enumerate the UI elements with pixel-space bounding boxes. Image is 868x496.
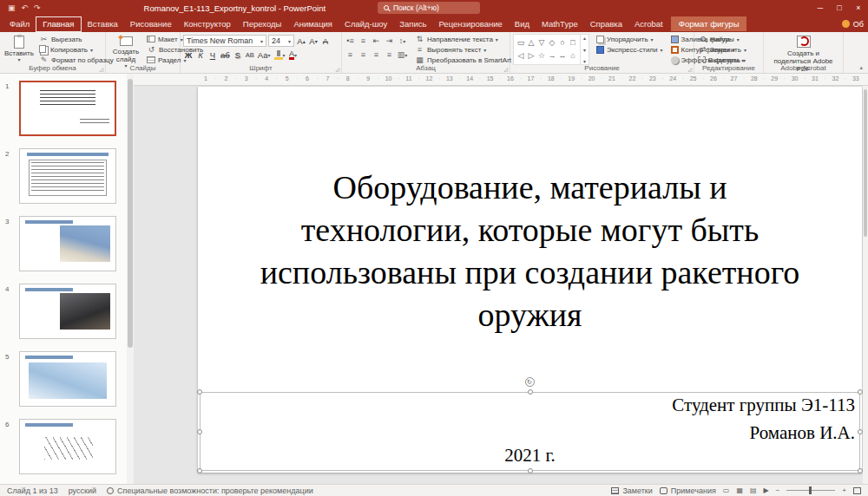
shape-icon[interactable]: □ [568, 36, 578, 49]
search-input[interactable]: Поиск (Alt+ю) [378, 2, 480, 14]
slide-thumbnail-1[interactable] [19, 81, 116, 136]
slide-thumbnail-3[interactable] [19, 216, 116, 271]
numbering-button[interactable]: ≡ [358, 36, 369, 47]
font-color-button[interactable]: А▾ [288, 49, 299, 61]
tab-Вид[interactable]: Вид [509, 17, 536, 31]
redo-icon[interactable]: ↷ [34, 3, 41, 12]
resize-handle[interactable] [197, 429, 202, 434]
scrollbar-thumb[interactable] [864, 89, 867, 237]
normal-view-button[interactable]: ▭ [723, 486, 730, 494]
shape-icon[interactable]: ◁ [516, 49, 526, 62]
dialog-launcher-icon[interactable]: ◿ [335, 66, 339, 72]
cut-button[interactable]: ✂ Вырезать [38, 34, 115, 44]
align-center-button[interactable]: ≡ [358, 49, 369, 61]
tab-Acrobat[interactable]: Acrobat [628, 17, 669, 31]
tab-Файл[interactable]: Файл [3, 17, 36, 31]
slide-thumbnail-4[interactable] [19, 284, 116, 339]
columns-button[interactable]: ▥▾ [397, 49, 408, 61]
font-name-select[interactable]: Times New Roman ▾ [183, 35, 266, 47]
maximize-button[interactable]: □ [830, 0, 849, 16]
align-text-button[interactable]: ≡ Выровнять текст ▾ [414, 44, 517, 55]
fit-slide-button[interactable] [853, 487, 861, 494]
highlight-color-button[interactable]: ▾ [273, 49, 286, 61]
resize-handle[interactable] [197, 468, 202, 473]
tab-Справка[interactable]: Справка [584, 17, 628, 31]
horizontal-ruler[interactable]: 1·2·3·4·5·6·7·8·9·10·11·12·13·14·15·16·1… [134, 74, 868, 86]
notes-button[interactable]: Заметки [611, 486, 652, 495]
shrink-font-button[interactable]: А▾ [308, 36, 319, 47]
tab-Рецензирование[interactable]: Рецензирование [432, 17, 508, 31]
slide-year[interactable]: 2021 г. [198, 445, 862, 467]
shape-icon[interactable]: △ [526, 36, 536, 49]
align-left-button[interactable]: ≡ [345, 49, 356, 61]
tab-MathType[interactable]: MathType [536, 17, 584, 31]
shape-icon[interactable]: ◇ [547, 36, 557, 49]
replace-button[interactable]: ⇄ Заменить ▾ [697, 44, 760, 55]
font-size-select[interactable]: 24 ▾ [268, 35, 294, 47]
dialog-launcher-icon[interactable]: ◿ [503, 66, 508, 72]
dialog-launcher-icon[interactable]: ◿ [687, 66, 692, 72]
slide-sorter-view-button[interactable]: ▦ [736, 486, 743, 494]
shape-icon[interactable]: ↔ [557, 49, 568, 62]
shape-icon[interactable]: ▷ [526, 49, 536, 62]
align-right-button[interactable]: ≡ [371, 49, 382, 61]
tab-Переходы[interactable]: Переходы [237, 17, 288, 31]
bold-button[interactable]: Ж [183, 49, 194, 61]
change-case-button[interactable]: Аа▾ [257, 49, 272, 61]
tab-Анимация[interactable]: Анимация [287, 17, 339, 31]
close-button[interactable]: × [849, 0, 868, 16]
shape-icon[interactable]: ☆ [536, 49, 547, 62]
tab-Рисование[interactable]: Рисование [124, 17, 178, 31]
line-spacing-button[interactable]: ↕▾ [397, 36, 408, 47]
resize-handle[interactable] [528, 389, 533, 395]
tab-Запись[interactable]: Запись [393, 17, 432, 31]
text-direction-button[interactable]: ⇅ Направление текста ▾ [414, 34, 517, 44]
thumbnail-scrollbar[interactable] [127, 74, 134, 484]
vertical-scrollbar[interactable] [863, 86, 868, 484]
accessibility-button[interactable]: Специальные возможности: проверьте реком… [107, 486, 313, 495]
tab-format-shape[interactable]: Формат фигуры [671, 16, 747, 31]
character-spacing-button[interactable]: АВ [245, 49, 255, 61]
minimize-button[interactable]: ─ [811, 0, 830, 16]
zoom-slider[interactable] [786, 490, 835, 491]
paste-button[interactable]: Вставить ▾ [3, 34, 36, 65]
underline-button[interactable]: Ч [207, 49, 218, 61]
shape-icon[interactable]: ▽ [536, 36, 547, 49]
arrange-button[interactable]: Упорядочить ▾ [595, 34, 664, 44]
slide-1[interactable]: Оборудование, материалы итехнологии, кот… [198, 87, 862, 473]
zoom-in-button[interactable]: + [842, 486, 846, 494]
slideshow-button[interactable]: ▶ [764, 486, 769, 494]
language-button[interactable]: русский [69, 486, 96, 495]
zoom-slider-thumb[interactable] [809, 486, 812, 494]
slide-thumbnail-6[interactable] [19, 419, 116, 474]
decrease-indent-button[interactable]: ⇤ [371, 36, 382, 47]
quick-styles-button[interactable]: Экспресс-стили ▾ [595, 44, 664, 55]
shape-icon[interactable]: ⌂ [568, 49, 578, 62]
text-shadow-button[interactable]: S [233, 49, 243, 61]
shape-icon[interactable]: ○ [557, 36, 568, 49]
shape-icon[interactable]: ▭ [516, 36, 526, 49]
zoom-out-button[interactable]: − [776, 486, 780, 494]
dialog-launcher-icon[interactable]: ◿ [99, 66, 103, 72]
slide-title[interactable]: Оборудование, материалы итехнологии, кот… [215, 166, 845, 336]
grow-font-button[interactable]: А▴ [296, 36, 306, 47]
find-button[interactable]: Найти [697, 34, 760, 44]
copy-button[interactable]: Копировать ▾ [38, 44, 115, 55]
resize-handle[interactable] [528, 468, 533, 473]
slide-author-group[interactable]: Студент группы Э1-113 [672, 395, 855, 416]
share-button[interactable]: Об [842, 20, 868, 29]
save-icon[interactable]: ▣ [8, 3, 16, 12]
slide-thumbnail-2[interactable] [19, 148, 116, 204]
shape-gallery-scrollbar[interactable]: ▴ ▾ ▾ [581, 34, 589, 65]
undo-icon[interactable]: ↶ [22, 3, 29, 12]
rotate-handle-icon[interactable]: ↻ [525, 377, 535, 387]
tab-Вставка[interactable]: Вставка [82, 17, 124, 31]
shape-icon[interactable]: → [547, 49, 557, 62]
justify-button[interactable]: ≡ [384, 49, 395, 61]
tab-Главная[interactable]: Главная [36, 16, 81, 32]
strikethrough-button[interactable]: аб [220, 49, 231, 61]
collapse-ribbon-icon[interactable]: ▴ [859, 64, 863, 71]
slide-author-name[interactable]: Романов И.А. [750, 422, 855, 444]
bullets-button[interactable]: •≡ [345, 36, 356, 47]
italic-button[interactable]: К [195, 49, 206, 61]
